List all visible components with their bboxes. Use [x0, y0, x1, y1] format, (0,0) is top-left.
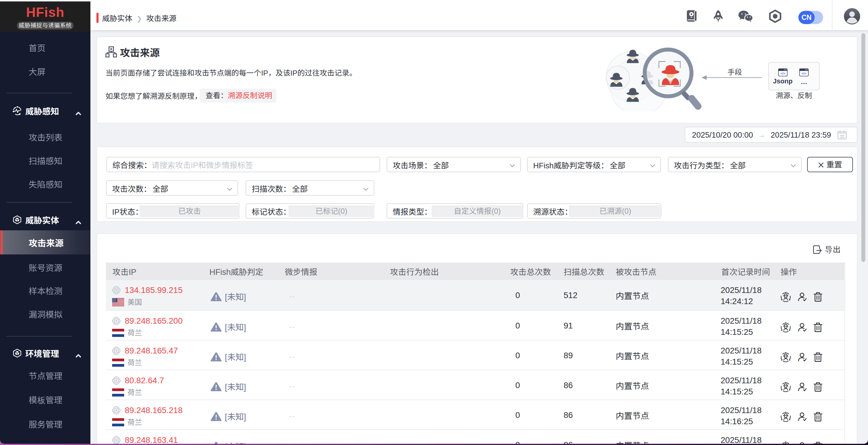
svg-text:</>: </>: [781, 72, 785, 75]
svg-text:</>: </>: [802, 72, 806, 75]
